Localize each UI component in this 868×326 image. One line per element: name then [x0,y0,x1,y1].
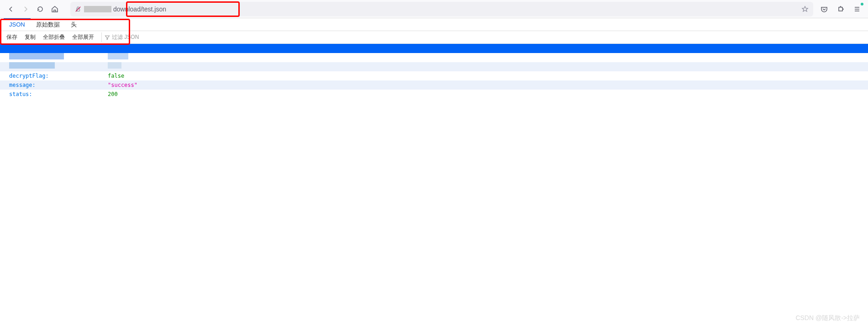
funnel-icon [105,35,110,40]
address-bar[interactable]: download/test.json [70,2,813,16]
menu-button[interactable] [850,2,864,16]
save-button[interactable]: 保存 [4,32,20,42]
json-row-decryptflag[interactable]: decryptFlag: false [0,71,868,80]
arrow-right-icon [22,5,29,13]
tab-headers[interactable]: 头 [65,19,82,31]
watermark: CSDN @随风散->拉萨 [795,314,860,322]
json-val: 200 [108,90,859,99]
filter-json-input[interactable]: 过滤 JSON [101,32,142,42]
extensions-button[interactable] [833,2,848,16]
puzzle-icon [837,5,844,13]
json-row-redacted-selected[interactable] [0,44,868,53]
tab-json[interactable]: JSON [4,18,31,30]
browser-toolbar: download/test.json [0,0,868,18]
json-row-redacted-3[interactable] [0,62,868,71]
json-key-redacted [9,53,108,62]
collapse-all-button[interactable]: 全部折叠 [40,32,68,42]
json-key: decryptFlag: [9,71,108,80]
json-key-redacted [9,62,108,71]
expand-all-button[interactable]: 全部展开 [69,32,97,42]
toolbar-right [817,2,864,16]
bookmark-star-icon[interactable] [801,5,809,13]
json-val-redacted [108,62,859,71]
tab-raw-data[interactable]: 原始数据 [31,19,65,31]
json-val: "success" [108,80,859,90]
forward-button[interactable] [18,2,33,16]
json-key-redacted [9,44,108,53]
arrow-left-icon [7,5,15,13]
url-redacted-portion [84,6,111,12]
pocket-icon [821,5,828,13]
json-key: status: [9,90,108,99]
json-viewer-actions: 保存 复制 全部折叠 全部展开 过滤 JSON [0,31,868,44]
lock-insecure-icon [75,6,81,12]
json-val-redacted [108,53,859,62]
back-button[interactable] [4,2,18,16]
home-icon [51,5,58,13]
json-row-redacted-2[interactable] [0,53,868,62]
hamburger-icon [853,5,861,13]
json-val: false [108,71,859,80]
reload-button[interactable] [33,2,47,16]
filter-placeholder: 过滤 JSON [112,33,139,41]
json-row-message[interactable]: message: "success" [0,80,868,90]
reload-icon [37,5,44,13]
address-content: download/test.json [75,5,166,13]
json-tree: decryptFlag: false message: "success" st… [0,44,868,99]
json-viewer-tabs: JSON 原始数据 头 [0,18,868,31]
url-text: download/test.json [113,5,166,13]
json-val-redacted [108,44,135,53]
json-key: message: [9,80,108,90]
home-button[interactable] [47,2,62,16]
json-row-status[interactable]: status: 200 [0,90,868,99]
copy-button[interactable]: 复制 [22,32,38,42]
pocket-button[interactable] [817,2,831,16]
